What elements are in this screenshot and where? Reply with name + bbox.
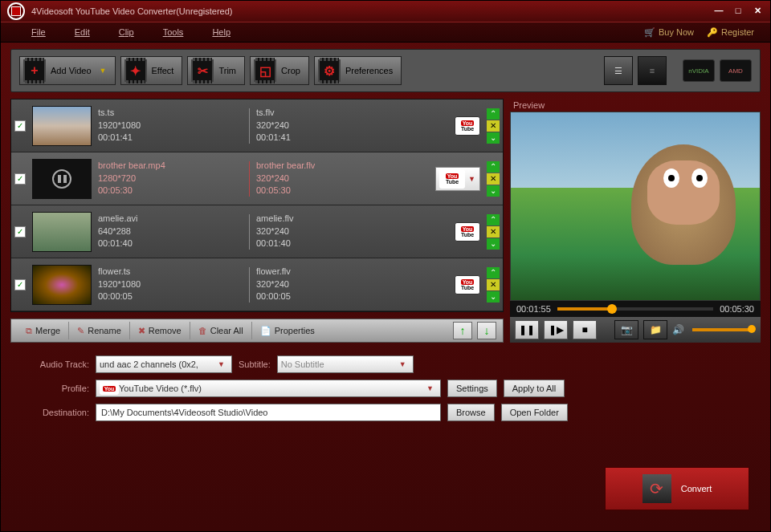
source-resolution: 1920*1080 [98, 278, 243, 290]
video-thumbnail[interactable] [32, 106, 92, 146]
volume-slider[interactable] [692, 328, 756, 331]
step-button[interactable]: ❚▶ [544, 320, 568, 339]
menu-file[interactable]: File [17, 27, 60, 37]
output-filename: ts.flv [256, 107, 369, 119]
source-info: brother bear.mp4 1280*720 00:05:30 [98, 160, 243, 197]
row-down-button[interactable]: ⌄ [487, 132, 500, 144]
move-down-button[interactable]: ↓ [477, 322, 496, 339]
source-info: amelie.avi 640*288 00:01:40 [98, 213, 243, 250]
profile-select[interactable]: You YouTube Video (*.flv)▼ [96, 380, 441, 397]
row-up-button[interactable]: ⌃ [487, 161, 500, 173]
remove-button[interactable]: ✖Remove [130, 322, 190, 339]
row-remove-button[interactable]: ✕ [487, 173, 500, 185]
source-filename: flower.ts [98, 266, 243, 278]
apply-all-button[interactable]: Apply to All [504, 380, 565, 397]
row-remove-button[interactable]: ✕ [487, 226, 500, 238]
row-down-button[interactable]: ⌄ [487, 291, 500, 303]
row-down-button[interactable]: ⌄ [487, 185, 500, 197]
row-up-button[interactable]: ⌃ [487, 214, 500, 225]
row-up-button[interactable]: ⌃ [487, 108, 500, 120]
menu-help[interactable]: Help [198, 27, 245, 37]
convert-button[interactable]: ⟳ Convert [605, 467, 749, 510]
clear-all-button[interactable]: 🗑Clear All [190, 322, 252, 339]
pencil-icon: ✎ [77, 326, 84, 336]
move-up-button[interactable]: ↑ [453, 322, 472, 339]
preferences-button[interactable]: ⚙ Preferences [314, 56, 402, 85]
row-remove-button[interactable]: ✕ [487, 279, 500, 290]
detail-view-button[interactable]: ≡ [638, 56, 667, 85]
source-duration: 00:05:30 [98, 185, 243, 197]
effect-button[interactable]: ✦ Effect [120, 56, 183, 85]
add-video-button[interactable]: + Add Video ▼ [19, 56, 116, 85]
minimize-button[interactable]: — [712, 6, 725, 17]
source-filename: ts.ts [98, 107, 243, 119]
output-format-button[interactable]: YouTube [455, 116, 480, 136]
output-format-button[interactable]: YouTube [455, 275, 480, 294]
source-duration: 00:01:41 [98, 132, 243, 144]
separator [249, 108, 250, 144]
merge-button[interactable]: ⧉Merge [18, 322, 69, 339]
row-remove-button[interactable]: ✕ [487, 120, 500, 132]
source-info: flower.ts 1920*1080 00:00:05 [98, 266, 243, 303]
chevron-down-icon: ▼ [468, 175, 476, 183]
output-resolution: 320*240 [256, 225, 369, 238]
row-checkbox[interactable]: ✓ [14, 120, 26, 132]
buy-now-link[interactable]: 🛒Buy Now [644, 27, 694, 38]
menu-edit[interactable]: Edit [60, 27, 104, 37]
output-format-select[interactable]: YouTube▼ [435, 167, 480, 191]
video-thumbnail[interactable] [32, 212, 92, 252]
video-row[interactable]: ✓ amelie.avi 640*288 00:01:40 amelie.flv… [11, 205, 503, 258]
video-thumbnail[interactable] [32, 159, 92, 199]
open-folder-button[interactable]: Open Folder [501, 404, 568, 421]
bottom-panel: Audio Track: und aac 2 channels (0x2,▼ S… [1, 343, 770, 441]
output-format-button[interactable]: YouTube [455, 222, 480, 242]
output-info: flower.flv 320*240 00:00:05 [256, 266, 369, 303]
merge-icon: ⧉ [26, 326, 32, 336]
row-checkbox[interactable]: ✓ [14, 226, 26, 238]
row-up-button[interactable]: ⌃ [487, 267, 500, 278]
menu-tools[interactable]: Tools [149, 27, 198, 37]
video-thumbnail[interactable] [32, 265, 92, 305]
pause-button[interactable]: ❚❚ [515, 320, 539, 339]
list-view-button[interactable]: ☰ [604, 56, 633, 85]
menu-clip[interactable]: Clip [104, 27, 149, 37]
dropdown-arrow-icon: ▼ [100, 67, 107, 75]
rename-button[interactable]: ✎Rename [69, 322, 130, 339]
browse-button[interactable]: Browse [447, 404, 495, 421]
stop-button[interactable]: ■ [573, 320, 597, 339]
output-duration: 00:00:05 [256, 290, 369, 303]
playback-controls: ❚❚ ❚▶ ■ 📷 📁 🔊 [510, 317, 761, 343]
maximize-button[interactable]: □ [732, 6, 744, 17]
destination-input[interactable]: D:\My Documents\4Videosoft Studio\Video [96, 404, 441, 421]
seek-bar[interactable] [557, 307, 713, 311]
subtitle-select[interactable]: No Subtitle▼ [277, 355, 414, 373]
video-row[interactable]: ✓ brother bear.mp4 1280*720 00:05:30 bro… [11, 152, 503, 205]
row-down-button[interactable]: ⌄ [487, 238, 500, 250]
row-checkbox[interactable]: ✓ [14, 279, 26, 290]
row-controls: ⌃ ✕ ⌄ [487, 161, 500, 197]
trim-button[interactable]: ✂ Trim [187, 56, 245, 85]
snapshot-button[interactable]: 📷 [614, 320, 638, 339]
settings-button[interactable]: Settings [447, 380, 497, 397]
sparkle-icon: ✦ [130, 63, 141, 79]
preview-video[interactable] [510, 112, 761, 301]
properties-button[interactable]: 📄Properties [252, 322, 323, 339]
preview-label: Preview [510, 99, 761, 112]
row-checkbox[interactable]: ✓ [14, 173, 26, 185]
menubar: File Edit Clip Tools Help 🛒Buy Now 🔑Regi… [1, 22, 770, 43]
output-filename: brother bear.flv [256, 160, 369, 172]
toolbar: + Add Video ▼ ✦ Effect ✂ Trim ◱ Crop ⚙ P… [10, 49, 761, 92]
crop-button[interactable]: ◱ Crop [250, 56, 309, 85]
output-duration: 00:05:30 [256, 185, 369, 197]
plus-icon: + [31, 63, 38, 78]
gear-icon: ⚙ [324, 63, 335, 79]
snapshot-folder-button[interactable]: 📁 [643, 320, 667, 339]
close-button[interactable]: ✕ [751, 6, 764, 17]
video-row[interactable]: ✓ ts.ts 1920*1080 00:01:41 ts.flv 320*24… [11, 99, 503, 152]
audio-track-select[interactable]: und aac 2 channels (0x2,▼ [96, 355, 232, 373]
separator [249, 161, 250, 197]
x-icon: ✖ [138, 326, 145, 336]
video-row[interactable]: ✓ flower.ts 1920*1080 00:00:05 flower.fl… [11, 258, 503, 311]
separator [249, 214, 250, 250]
register-link[interactable]: 🔑Register [707, 27, 754, 38]
